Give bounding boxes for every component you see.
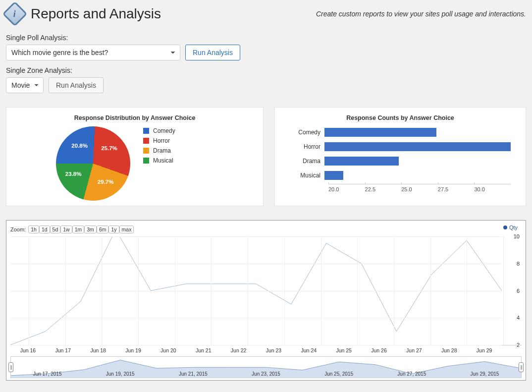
pie-slice-label: 20.8% bbox=[71, 143, 88, 149]
grid-line bbox=[10, 264, 502, 264]
grid-line bbox=[394, 236, 394, 345]
x-tick: Jun 17 bbox=[46, 345, 81, 353]
run-zone-analysis-button[interactable]: Run Analysis bbox=[49, 77, 104, 93]
legend-label: Musical bbox=[153, 157, 173, 164]
single-poll-label: Single Poll Analysis: bbox=[6, 34, 526, 42]
grid-line bbox=[65, 236, 66, 345]
grid-line bbox=[138, 236, 139, 345]
overview-plot[interactable]: || || Jun 17, 2015Jun 19, 2015Jun 21, 20… bbox=[10, 356, 522, 378]
bar-row: Horror bbox=[290, 141, 511, 153]
overview-x-tick: Jun 23, 2015 bbox=[229, 371, 302, 377]
overview-handle-left[interactable]: || bbox=[8, 362, 13, 372]
grid-line bbox=[248, 236, 248, 345]
bar-chart-card: Response Counts by Answer Choice Comedy … bbox=[274, 107, 526, 206]
qty-dot-icon bbox=[503, 225, 507, 229]
bar-category: Comedy bbox=[290, 129, 324, 136]
legend-label: Drama bbox=[153, 147, 171, 154]
x-tick: Jun 25 bbox=[326, 345, 362, 353]
overview-x-tick: Jun 27, 2015 bbox=[375, 371, 448, 377]
grid-line bbox=[102, 236, 102, 345]
bar-chart: Comedy Horror Drama Musical 20.022.525.0… bbox=[290, 126, 511, 196]
grid-line bbox=[467, 236, 467, 345]
bar-fill bbox=[324, 142, 511, 151]
run-poll-analysis-button[interactable]: Run Analysis bbox=[185, 45, 240, 60]
legend-swatch bbox=[143, 138, 149, 144]
bar-category: Musical bbox=[290, 172, 324, 179]
legend-label: Comedy bbox=[153, 127, 175, 134]
overview-x-tick: Jun 21, 2015 bbox=[157, 371, 229, 377]
grid-line bbox=[357, 236, 358, 345]
page-subtitle: Create custom reports to view your sites… bbox=[316, 10, 526, 18]
qty-legend: Qty bbox=[503, 224, 518, 230]
zoom-5d-button[interactable]: 5d bbox=[50, 225, 61, 233]
page-header: i Reports and Analysis Create custom rep… bbox=[6, 5, 526, 23]
overview-x-axis: Jun 17, 2015Jun 19, 2015Jun 21, 2015Jun … bbox=[11, 371, 521, 377]
legend-item: Drama bbox=[143, 147, 175, 154]
zoom-label: Zoom: bbox=[10, 226, 26, 232]
legend-swatch bbox=[143, 158, 149, 164]
pie-legend: ComedyHorrorDramaMusical bbox=[143, 127, 175, 164]
zoom-1h-button[interactable]: 1h bbox=[28, 225, 39, 233]
zoom-1m-button[interactable]: 1m bbox=[72, 225, 85, 233]
info-icon: i bbox=[2, 1, 28, 27]
single-poll-filter: Single Poll Analysis: Which movie genre … bbox=[6, 34, 526, 60]
x-tick: Jun 21 bbox=[186, 345, 221, 353]
bar-category: Drama bbox=[290, 158, 324, 165]
x-tick: Jun 27 bbox=[396, 345, 431, 353]
x-tick: Jun 18 bbox=[81, 345, 116, 353]
y-tick: 10 bbox=[514, 233, 520, 239]
line-x-axis: Jun 16Jun 17Jun 18Jun 19Jun 20Jun 21Jun … bbox=[10, 345, 502, 353]
poll-select[interactable]: Which movie genre is the best? bbox=[6, 45, 180, 60]
overview-handle-right[interactable]: || bbox=[519, 362, 524, 372]
y-tick: 2 bbox=[517, 342, 520, 348]
qty-legend-label: Qty bbox=[509, 224, 518, 230]
x-tick: Jun 16 bbox=[10, 345, 46, 353]
zoom-6m-button[interactable]: 6m bbox=[97, 225, 109, 233]
bar-x-tick: 25.0 bbox=[401, 184, 438, 192]
x-tick: Jun 26 bbox=[362, 345, 397, 353]
pie-chart-card: Response Distribution by Answer Choice 2… bbox=[6, 107, 264, 206]
single-zone-filter: Single Zone Analysis: Movies Run Analysi… bbox=[6, 66, 526, 93]
grid-line bbox=[175, 236, 175, 345]
pie-chart-title: Response Distribution by Answer Choice bbox=[11, 114, 258, 121]
bar-fill bbox=[324, 171, 343, 180]
grid-line bbox=[321, 236, 321, 345]
overview-x-tick: Jun 19, 2015 bbox=[84, 371, 157, 377]
legend-item: Comedy bbox=[143, 127, 175, 134]
bar-row: Drama bbox=[290, 155, 511, 167]
pie-chart: 25.7%29.7%23.8%20.8% bbox=[56, 126, 130, 201]
overview-x-tick: Jun 25, 2015 bbox=[303, 371, 375, 377]
grid-line bbox=[10, 236, 502, 237]
grid-line bbox=[503, 236, 504, 345]
bar-chart-title: Response Counts by Answer Choice bbox=[280, 114, 521, 121]
bar-x-tick: 30.0 bbox=[474, 184, 511, 192]
x-tick: Jun 24 bbox=[291, 345, 326, 353]
legend-item: Horror bbox=[143, 137, 175, 144]
x-tick: Jun 20 bbox=[151, 345, 186, 353]
zoom-1w-button[interactable]: 1w bbox=[60, 225, 72, 233]
bar-fill bbox=[324, 128, 436, 137]
page-title: Reports and Analysis bbox=[31, 6, 161, 22]
zoom-3m-button[interactable]: 3m bbox=[84, 225, 97, 233]
grid-line bbox=[211, 236, 212, 345]
zoom-max-button[interactable]: max bbox=[119, 225, 134, 233]
grid-line bbox=[10, 291, 502, 291]
grid-line bbox=[430, 236, 431, 345]
grid-line bbox=[284, 236, 285, 345]
overview-x-tick: Jun 17, 2015 bbox=[11, 371, 84, 377]
bar-x-axis: 20.022.525.027.530.0 bbox=[328, 184, 511, 192]
zoom-1y-button[interactable]: 1y bbox=[108, 225, 119, 233]
zoom-1d-button[interactable]: 1d bbox=[39, 225, 50, 233]
legend-item: Musical bbox=[143, 157, 175, 164]
x-tick: Jun 19 bbox=[116, 345, 151, 353]
zoom-controls: Zoom: 1h1d5d1w1m3m6m1ymax bbox=[10, 225, 522, 233]
legend-label: Horror bbox=[153, 137, 170, 144]
line-chart[interactable]: 246810 bbox=[10, 236, 522, 345]
zone-select[interactable]: Movies bbox=[6, 77, 44, 93]
x-tick: Jun 23 bbox=[256, 345, 291, 353]
pie-slice-label: 23.8% bbox=[65, 171, 82, 177]
bar-fill bbox=[324, 157, 399, 166]
bar-row: Musical bbox=[290, 169, 511, 181]
y-tick: 6 bbox=[517, 288, 520, 294]
bar-x-tick: 20.0 bbox=[328, 184, 365, 192]
